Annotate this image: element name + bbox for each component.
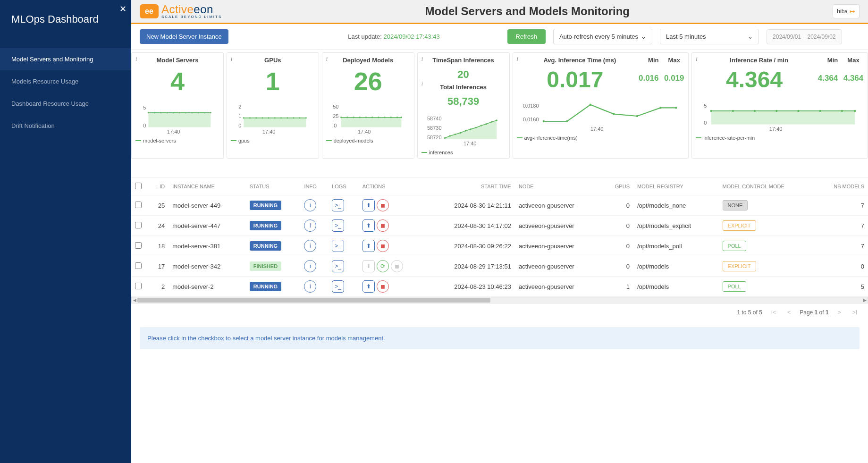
logs-button[interactable]: >_ — [332, 219, 344, 232]
sidebar-item-1[interactable]: Models Resource Usage — [0, 70, 131, 93]
col-instance[interactable]: INSTANCE NAME — [169, 178, 246, 195]
info-button[interactable]: i — [304, 199, 316, 211]
col-node[interactable]: NODE — [515, 178, 603, 195]
svg-point-77 — [732, 110, 734, 112]
mode-badge: POLL — [723, 241, 746, 251]
cell-nbmodels: 7 — [815, 236, 868, 256]
row-checkbox[interactable] — [135, 283, 142, 289]
upload-button[interactable]: ⬆ — [362, 240, 375, 252]
stop-button[interactable]: ◼ — [377, 199, 389, 211]
col-info[interactable]: INFO — [300, 178, 328, 195]
svg-point-5 — [160, 112, 161, 113]
sidebar-item-3[interactable]: Drift Notification — [0, 115, 131, 137]
upload-button[interactable]: ⬆ — [362, 199, 375, 211]
pager-first-icon[interactable]: I< — [769, 308, 778, 317]
logs-button[interactable]: >_ — [332, 260, 344, 272]
svg-point-13 — [210, 112, 211, 113]
horizontal-scrollbar[interactable]: ◀▶ — [131, 297, 868, 303]
col-nbmodels[interactable]: NB MODELS — [815, 178, 868, 195]
svg-text:17:40: 17:40 — [463, 141, 477, 146]
info-button[interactable]: i — [304, 280, 316, 293]
sort-id[interactable]: ↓ ID — [156, 184, 165, 189]
svg-text:17:40: 17:40 — [262, 129, 276, 135]
pager-prev-icon[interactable]: < — [785, 308, 793, 317]
row-checkbox[interactable] — [135, 262, 142, 269]
svg-point-76 — [710, 110, 712, 112]
auto-refresh-select[interactable]: Auto-refresh every 5 minutes ⌄ — [553, 29, 652, 44]
logs-button[interactable]: >_ — [332, 199, 344, 211]
col-mode[interactable]: MODEL CONTROL MODE — [719, 178, 815, 195]
info-button[interactable]: i — [304, 240, 316, 252]
stop-button[interactable]: ◼ — [377, 240, 389, 252]
col-gpus[interactable]: GPUS — [603, 178, 633, 195]
sidebar-item-0[interactable]: Model Servers and Monitoring — [0, 48, 131, 70]
stop-button[interactable]: ◼ — [377, 219, 389, 232]
timerange-select[interactable]: Last 5 minutes ⌄ — [660, 29, 759, 44]
sidebar-close-icon[interactable]: ✕ — [119, 4, 126, 14]
col-registry[interactable]: MODEL REGISTRY — [633, 178, 719, 195]
row-checkbox[interactable] — [135, 222, 142, 228]
sidebar-item-2[interactable]: Dashboard Resource Usage — [0, 93, 131, 115]
restart-button[interactable]: ⟳ — [377, 260, 389, 272]
row-checkbox[interactable] — [135, 242, 142, 249]
pager-range: 1 to 5 of 5 — [737, 309, 762, 316]
cell-start-time: 2024-08-30 09:26:22 — [425, 236, 515, 256]
info-button[interactable]: i — [304, 219, 316, 232]
mode-badge: NONE — [723, 200, 748, 210]
col-actions[interactable]: ACTIONS — [359, 178, 426, 195]
logs-button[interactable]: >_ — [332, 280, 344, 293]
topbar: ee Activeeon SCALE BEYOND LIMITS Model S… — [131, 0, 868, 24]
card-deployed-models: i Deployed Models 26 50250 17:40 deploye… — [322, 52, 414, 159]
cell-instance-name: model-server-449 — [169, 195, 246, 216]
refresh-button[interactable]: Refresh — [507, 29, 546, 44]
svg-point-42 — [384, 117, 385, 118]
info-icon[interactable]: i — [696, 56, 697, 63]
info-icon[interactable]: i — [421, 56, 423, 63]
col-logs[interactable]: LOGS — [328, 178, 359, 195]
svg-text:0: 0 — [238, 123, 241, 128]
sparkline-gpus: 210 17:40 — [231, 103, 315, 135]
user-menu[interactable]: hiba ↦ — [833, 4, 860, 18]
stop-button[interactable]: ◼ — [377, 280, 389, 293]
cell-start-time: 2024-08-29 17:13:51 — [425, 256, 515, 277]
svg-point-41 — [378, 117, 379, 118]
daterange-picker[interactable]: 2024/09/01 – 2024/09/02 — [767, 29, 842, 44]
info-icon[interactable]: i — [517, 56, 518, 63]
select-all-checkbox[interactable] — [135, 183, 142, 189]
cell-node: activeeon-gpuserver — [515, 277, 603, 297]
upload-button[interactable]: ⬆ — [362, 280, 375, 293]
info-icon[interactable]: i — [231, 56, 232, 63]
logo-icon: ee — [140, 4, 159, 18]
status-badge: RUNNING — [250, 201, 281, 210]
brand-logo: ee Activeeon SCALE BEYOND LIMITS — [140, 4, 222, 19]
pager-last-icon[interactable]: >I — [850, 308, 860, 317]
logs-button[interactable]: >_ — [332, 240, 344, 252]
pager-page: Page 1 of 1 — [800, 309, 828, 316]
hint-banner: Please click in the checkbox to select a… — [140, 327, 860, 349]
col-status[interactable]: STATUS — [246, 178, 301, 195]
cell-id: 17 — [145, 256, 169, 277]
info-icon[interactable]: i — [326, 56, 328, 63]
svg-point-54 — [459, 132, 461, 134]
info-icon[interactable]: i — [135, 56, 137, 63]
svg-point-44 — [396, 117, 398, 118]
card-gpus: i GPUs 1 210 17:40 gpus — [227, 52, 319, 159]
svg-point-45 — [400, 117, 402, 118]
svg-point-69 — [636, 115, 638, 117]
info-button[interactable]: i — [304, 260, 316, 272]
toolbar: New Model Server Instance Last update: 2… — [131, 24, 868, 50]
svg-point-29 — [305, 117, 307, 118]
svg-point-82 — [841, 110, 843, 112]
new-model-server-button[interactable]: New Model Server Instance — [140, 29, 228, 44]
pager-next-icon[interactable]: > — [835, 308, 843, 317]
svg-marker-34 — [341, 118, 401, 127]
col-start[interactable]: START TIME — [425, 178, 515, 195]
svg-point-80 — [798, 110, 800, 112]
svg-text:58730: 58730 — [427, 125, 442, 131]
upload-button[interactable]: ⬆ — [362, 219, 375, 232]
row-checkbox[interactable] — [135, 202, 142, 208]
sparkline-deployed-models: 50250 17:40 — [326, 103, 410, 135]
info-icon[interactable]: i — [421, 80, 423, 87]
table-row: 18model-server-381RUNNINGi>_⬆◼2024-08-30… — [131, 236, 868, 256]
svg-point-58 — [480, 125, 481, 126]
